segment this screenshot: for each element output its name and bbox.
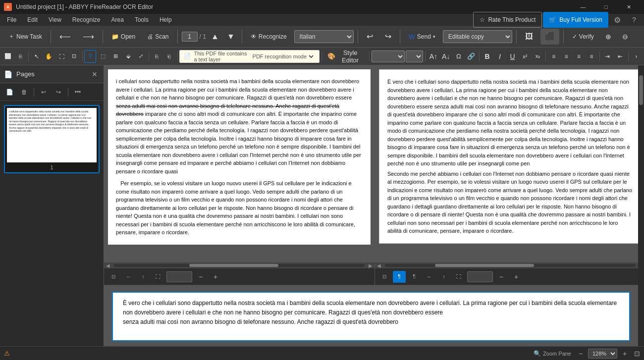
- superscript-button[interactable]: x²: [519, 50, 531, 63]
- new-task-button[interactable]: ＋ New Task: [4, 29, 47, 45]
- fit-width-right-button[interactable]: ⊡: [378, 271, 391, 283]
- menu-view[interactable]: View: [44, 15, 66, 24]
- italic-button[interactable]: I: [494, 50, 505, 63]
- settings-button[interactable]: ⚙: [609, 14, 625, 26]
- hand-tool[interactable]: ✋: [43, 50, 54, 63]
- fit-height-left-button[interactable]: ↔: [122, 271, 135, 283]
- close-pages-button[interactable]: ✕: [90, 69, 100, 79]
- hyperlink-button[interactable]: 🔗: [465, 50, 477, 63]
- pdf-recognition-select[interactable]: PDF recognition mode: [251, 53, 315, 60]
- undo-page-button[interactable]: ↩: [37, 86, 50, 98]
- scan-button[interactable]: 🖨 Scan: [143, 29, 173, 45]
- undo-button[interactable]: ↩: [362, 29, 377, 45]
- delete-page-button[interactable]: 🗑: [18, 86, 31, 98]
- expand-select-button[interactable]: ⤢: [135, 50, 146, 63]
- zoom-fit-button[interactable]: ⊡: [68, 50, 80, 63]
- area-copy-button[interactable]: ⎘: [14, 50, 26, 63]
- zoom-level-select[interactable]: 128% 100% 75%: [588, 349, 617, 359]
- image-select-button[interactable]: ⬚: [97, 50, 108, 63]
- right-zoom-input[interactable]: 128%: [467, 271, 493, 282]
- scroll-thumb[interactable]: [189, 264, 278, 267]
- prev-page-button[interactable]: ▲: [208, 30, 222, 43]
- open-button[interactable]: 📁 Open: [107, 29, 140, 45]
- right-scroll-thumb-handle[interactable]: [639, 75, 643, 105]
- left-zoom-input[interactable]: 100%: [166, 271, 192, 282]
- scroll-left-arrow-right[interactable]: ◀: [377, 263, 381, 268]
- underline-button[interactable]: U: [507, 50, 518, 63]
- increase-font-button[interactable]: A↑: [428, 50, 439, 63]
- left-horizontal-scrollbar[interactable]: ◀ ▶: [104, 262, 375, 268]
- fullscreen-right-button[interactable]: ⛶: [452, 271, 465, 283]
- zoom-in-right-button[interactable]: +: [510, 271, 523, 283]
- image-view-button[interactable]: 🖼: [521, 29, 537, 45]
- add-page-button[interactable]: 📄: [3, 86, 16, 98]
- pointer-tool[interactable]: ↖: [31, 50, 42, 63]
- bottom-text-editor[interactable]: È vero che i cellulari sono dappertutto …: [112, 292, 630, 341]
- fit-height-right-button[interactable]: ↔: [423, 271, 435, 283]
- buy-full-button[interactable]: 🛒 Buy Full Version: [543, 12, 608, 28]
- style-editor-button[interactable]: 🎨 Style Editor: [323, 50, 367, 63]
- paragraph-view-right-button[interactable]: ¶: [393, 271, 406, 283]
- language-select[interactable]: Italian English: [294, 30, 354, 43]
- redo-page-button[interactable]: ↪: [52, 86, 65, 98]
- menu-file[interactable]: File: [2, 15, 21, 24]
- zoom-out-status-button[interactable]: −: [575, 348, 586, 359]
- right-scroll-thumb[interactable]: [435, 264, 534, 267]
- menu-help[interactable]: Help: [155, 15, 177, 24]
- special-char-button[interactable]: Ω: [453, 50, 464, 63]
- font-family-select[interactable]: [372, 51, 405, 62]
- align-left-button[interactable]: ≡: [548, 50, 559, 63]
- close-button[interactable]: ✕: [617, 0, 640, 14]
- subscript-button[interactable]: x₂: [532, 50, 543, 63]
- fullscreen-left-button[interactable]: ⛶: [152, 271, 164, 283]
- align-right-button[interactable]: ≡: [573, 50, 585, 63]
- zoom-out-left-button[interactable]: −: [194, 271, 207, 283]
- recognize-button[interactable]: 👁 Recognize: [246, 29, 291, 45]
- zoom-pane-button[interactable]: 🔍 Zoom Pane: [534, 350, 571, 357]
- rate-product-button[interactable]: ☆ Rate This Product: [473, 12, 542, 28]
- next-page-button[interactable]: ▼: [224, 30, 238, 43]
- zoom-out-toolbar-button[interactable]: ⊖: [618, 30, 632, 43]
- indent-button[interactable]: ⇥: [602, 50, 613, 63]
- word-send-button[interactable]: W Send ▾: [404, 29, 440, 45]
- area-select-button[interactable]: ⬜: [2, 50, 13, 63]
- zoom-in-left-button[interactable]: +: [209, 271, 222, 283]
- more-options-button[interactable]: •••: [71, 86, 84, 98]
- right-scrollbar[interactable]: [638, 65, 644, 360]
- scroll-left-arrow[interactable]: ◀: [106, 263, 110, 268]
- zoom-out-right-button[interactable]: −: [495, 271, 508, 283]
- menu-edit[interactable]: Edit: [22, 15, 43, 24]
- copy-type-select[interactable]: Editable copy Formatted copy Plain text: [443, 30, 512, 43]
- help-button[interactable]: ?: [626, 14, 642, 26]
- outdent-button[interactable]: ⇤: [614, 50, 626, 63]
- page-thumbnail[interactable]: i cellulari sono dappertutto nella nostr…: [4, 105, 100, 173]
- table-select-button[interactable]: ⊞: [109, 50, 121, 63]
- menu-recognize[interactable]: Recognize: [67, 15, 106, 24]
- left-doc-content[interactable]: i cellulari sono dappertutto nella nostr…: [104, 65, 375, 262]
- font-size-select[interactable]: [406, 51, 423, 62]
- text-select-button[interactable]: T: [84, 50, 96, 63]
- verify-button[interactable]: ✓ Verify: [568, 29, 598, 45]
- undo-pages-button[interactable]: ⟵: [55, 29, 75, 45]
- copy-area-button[interactable]: ⎘: [151, 50, 162, 63]
- redo-pages-button[interactable]: ⟶: [78, 29, 99, 45]
- menu-area[interactable]: Area: [107, 15, 129, 24]
- bg-select-button[interactable]: ⬙: [122, 50, 134, 63]
- right-doc-content[interactable]: È vero che i cellulari sono dappertutto …: [375, 65, 638, 262]
- align-justify-button[interactable]: ≡: [586, 50, 597, 63]
- decrease-font-button[interactable]: A↓: [440, 50, 452, 63]
- bold-button[interactable]: B: [482, 50, 493, 63]
- fit-width-left-button[interactable]: ⊡: [107, 271, 120, 283]
- zoom-in-status-button[interactable]: +: [619, 348, 630, 359]
- zoom-in-toolbar-button[interactable]: ⊕: [601, 30, 615, 43]
- split-view-button[interactable]: ⬛: [540, 29, 559, 45]
- expand-status-button[interactable]: ⊡: [634, 350, 640, 358]
- right-horizontal-scrollbar[interactable]: ◀ ▶: [375, 262, 638, 268]
- fit-page-right-button[interactable]: ↕: [437, 271, 450, 283]
- paste-area-button[interactable]: ⎗: [163, 50, 175, 63]
- scroll-right-arrow[interactable]: ▶: [369, 263, 373, 268]
- page-number-input[interactable]: [182, 32, 198, 42]
- fit-page-left-button[interactable]: ↕: [137, 271, 150, 283]
- pilcrow-right-button[interactable]: ¶: [408, 271, 421, 283]
- align-center-button[interactable]: ≡: [560, 50, 572, 63]
